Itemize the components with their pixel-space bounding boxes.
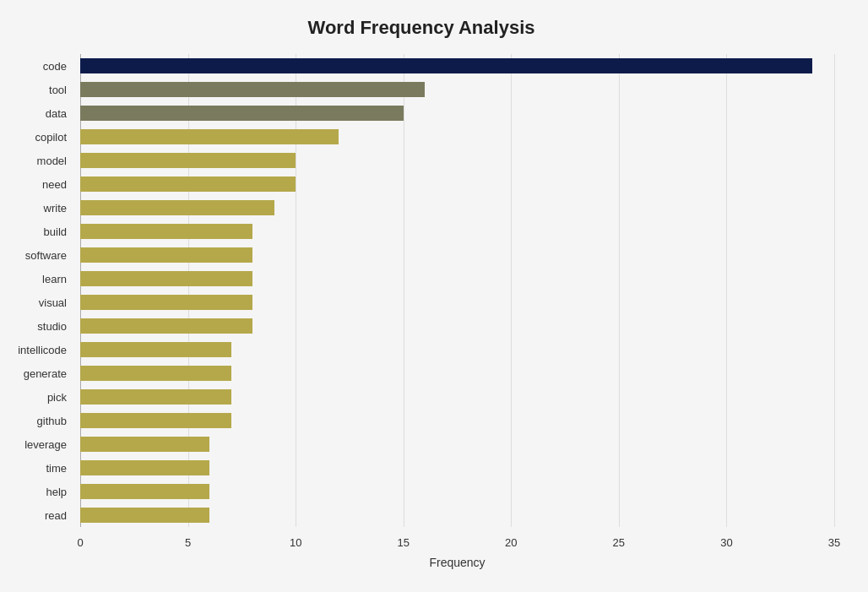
bar-row-time <box>80 456 834 480</box>
bar-help <box>80 484 209 499</box>
x-tick-15: 15 <box>397 536 409 549</box>
bar-row-tool <box>80 78 834 101</box>
bar-row-copilot <box>80 125 834 149</box>
bar-copilot <box>80 129 339 144</box>
y-label-pick: pick <box>47 385 73 409</box>
bar-row-model <box>80 149 834 172</box>
y-label-build: build <box>44 220 73 243</box>
bar-row-code <box>80 54 834 78</box>
x-tick-20: 20 <box>505 536 517 549</box>
y-label-time: time <box>46 456 73 480</box>
bar-tool <box>80 82 425 97</box>
x-axis-title: Frequency <box>8 556 834 569</box>
bar-row-leverage <box>80 432 834 456</box>
bar-build <box>80 224 252 239</box>
bar-software <box>80 247 252 263</box>
grid-line-35 <box>834 54 835 527</box>
bar-row-need <box>80 172 834 196</box>
bar-model <box>80 153 296 168</box>
x-tick-25: 25 <box>613 536 625 549</box>
bar-row-github <box>80 409 834 432</box>
bar-learn <box>80 271 252 286</box>
bar-row-write <box>80 196 834 220</box>
bar-row-read <box>80 503 834 527</box>
x-tick-35: 35 <box>828 536 840 549</box>
chart-container: Word Frequency Analysis codetooldatacopi… <box>0 0 868 592</box>
y-label-github: github <box>37 409 73 432</box>
y-axis: codetooldatacopilotmodelneedwritebuildso… <box>8 54 80 552</box>
x-tick-10: 10 <box>290 536 301 549</box>
y-label-need: need <box>42 172 73 196</box>
bar-row-studio <box>80 314 834 338</box>
x-tick-30: 30 <box>720 536 732 549</box>
y-label-visual: visual <box>39 291 73 314</box>
y-label-write: write <box>44 196 73 220</box>
bar-row-learn <box>80 267 834 291</box>
x-axis-labels: 05101520253035 <box>80 527 834 552</box>
y-label-copilot: copilot <box>35 125 73 149</box>
bar-row-generate <box>80 361 834 385</box>
x-tick-5: 5 <box>185 536 191 549</box>
y-label-intellicode: intellicode <box>18 338 73 361</box>
bar-data <box>80 106 404 121</box>
bar-intellicode <box>80 342 231 357</box>
y-label-learn: learn <box>42 267 73 291</box>
bar-code <box>80 58 812 73</box>
y-label-help: help <box>46 480 73 503</box>
bars-wrapper: 05101520253035 <box>80 54 834 552</box>
bar-read <box>80 508 209 523</box>
bar-github <box>80 413 231 428</box>
bar-generate <box>80 366 231 381</box>
chart-title: Word Frequency Analysis <box>8 17 834 39</box>
y-label-data: data <box>46 101 73 125</box>
bar-write <box>80 200 274 215</box>
chart-area: codetooldatacopilotmodelneedwritebuildso… <box>8 54 834 552</box>
bar-studio <box>80 318 252 334</box>
bar-row-help <box>80 480 834 503</box>
bar-leverage <box>80 437 209 452</box>
bar-row-intellicode <box>80 338 834 361</box>
y-label-tool: tool <box>49 78 73 101</box>
bar-row-data <box>80 101 834 125</box>
bar-row-software <box>80 243 834 267</box>
y-label-software: software <box>25 243 73 267</box>
x-tick-0: 0 <box>77 536 83 549</box>
bar-need <box>80 177 296 192</box>
y-label-read: read <box>45 503 73 527</box>
bar-time <box>80 460 209 475</box>
bars-area: 05101520253035 <box>80 54 834 552</box>
y-label-studio: studio <box>37 314 73 338</box>
bar-row-pick <box>80 385 834 409</box>
bar-row-visual <box>80 291 834 314</box>
bar-visual <box>80 295 252 310</box>
y-label-model: model <box>37 149 73 172</box>
y-label-code: code <box>43 54 73 78</box>
y-label-generate: generate <box>24 361 73 385</box>
y-label-leverage: leverage <box>24 432 73 456</box>
bar-row-build <box>80 220 834 243</box>
bar-pick <box>80 389 231 405</box>
